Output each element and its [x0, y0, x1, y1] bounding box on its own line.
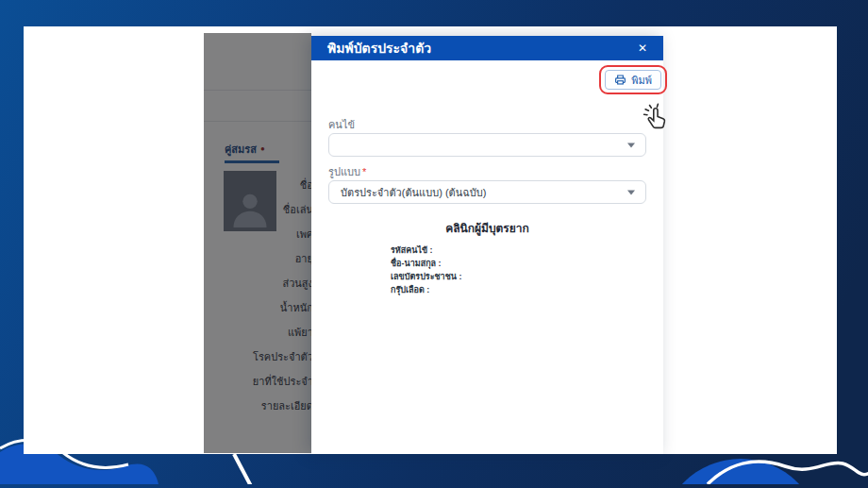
hand-cursor-icon — [639, 100, 671, 132]
patient-label: คนไข้ — [328, 119, 646, 130]
card-preview: คลินิกผู้มีบุตรยาก รหัสคนไข้ : ชื่อ-นามส… — [381, 219, 593, 296]
modal-title: พิมพ์บัตรประจำตัว — [327, 36, 431, 60]
patient-label-text: คนไข้ — [328, 119, 355, 130]
annotation-highlight: พิมพ์ — [599, 65, 667, 94]
printer-icon — [614, 74, 626, 86]
print-button-label: พิมพ์ — [631, 72, 652, 89]
format-select[interactable]: บัตรประจำตัว(ต้นแบบ) (ต้นฉบับ) — [328, 180, 646, 204]
print-id-card-modal: พิมพ์บัตรประจำตัว ✕ พิมพ์ — [311, 36, 663, 454]
card-preview-line: ชื่อ-นามสกุล : — [391, 257, 593, 270]
modal-body: คนไข้ รูปแบบ* บัตรประจำตัว(ต้นแบบ) (ต้นฉ… — [311, 119, 663, 296]
card-preview-line: เลขบัตรประชาชน : — [391, 270, 593, 283]
chevron-down-icon — [627, 190, 635, 194]
format-label-text: รูปแบบ — [328, 166, 360, 177]
required-asterisk: * — [362, 166, 366, 177]
patient-select[interactable] — [328, 133, 646, 157]
modal-header: พิมพ์บัตรประจำตัว ✕ — [311, 36, 663, 60]
modal-backdrop[interactable] — [204, 33, 311, 453]
clinic-name: คลินิกผู้มีบุตรยาก — [381, 219, 593, 237]
background-page: คู่สมรส● ชื่อ: ชื่อเล่น: เพศ: อายุ: ส่วน… — [204, 33, 311, 453]
card-preview-lines: รหัสคนไข้ : ชื่อ-นามสกุล : เลขบัตรประชาช… — [381, 244, 593, 296]
card-preview-line: กรุ๊ปเลือด : — [391, 283, 593, 296]
app-window: คู่สมรส● ชื่อ: ชื่อเล่น: เพศ: อายุ: ส่วน… — [24, 26, 837, 454]
format-select-value: บัตรประจำตัว(ต้นแบบ) (ต้นฉบับ) — [341, 184, 486, 201]
close-icon[interactable]: ✕ — [638, 36, 647, 60]
format-label: รูปแบบ* — [328, 166, 646, 177]
card-preview-line: รหัสคนไข้ : — [391, 244, 593, 257]
chevron-down-icon — [627, 143, 635, 147]
print-button-row: พิมพ์ — [311, 60, 663, 119]
print-button[interactable]: พิมพ์ — [605, 70, 661, 90]
